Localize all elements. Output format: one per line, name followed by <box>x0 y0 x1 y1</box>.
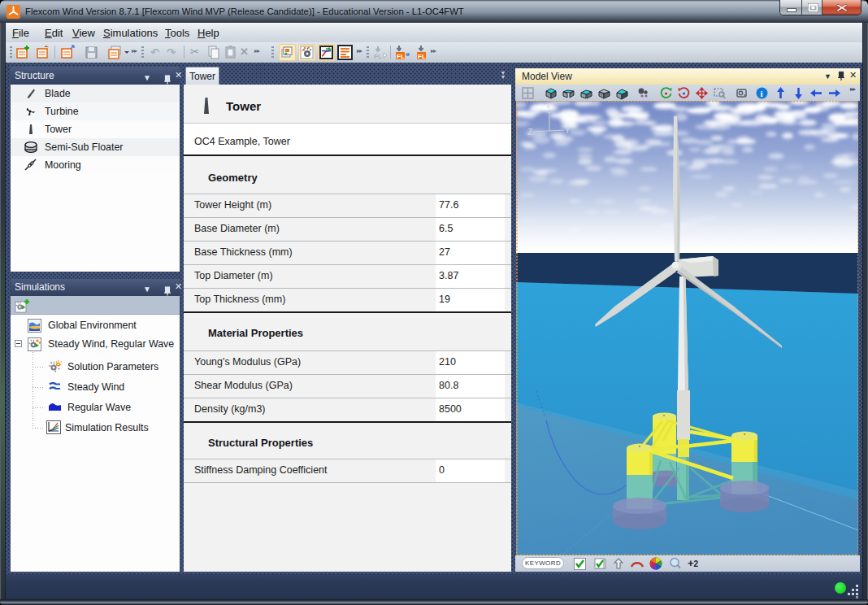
svg-text:FL: FL <box>397 53 405 60</box>
svg-text:FL: FL <box>418 53 426 60</box>
svg-text:FL: FL <box>374 53 382 60</box>
svg-text:Z: Z <box>527 128 532 137</box>
svg-text:Y: Y <box>565 126 571 135</box>
svg-text:i: i <box>761 89 763 98</box>
svg-text:x: x <box>547 103 550 109</box>
